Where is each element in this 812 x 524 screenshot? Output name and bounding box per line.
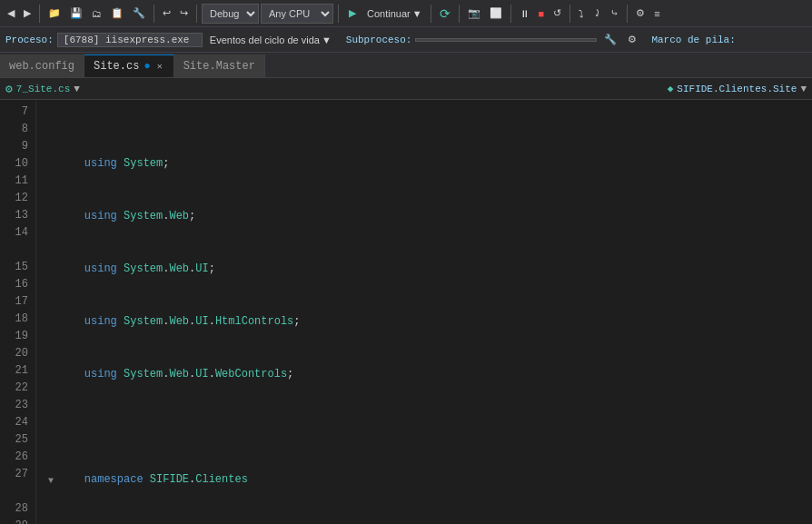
refresh-icon: ⟳ xyxy=(440,6,451,21)
nav-back-button[interactable]: ◀ xyxy=(4,5,18,21)
filter2-icon: ⚙ xyxy=(628,34,637,45)
cpu-dropdown[interactable]: Any CPU xyxy=(261,4,333,24)
nav-forward-button[interactable]: ▶ xyxy=(20,5,35,21)
misc1-icon: ≡ xyxy=(654,8,659,19)
marco-label: Marco de pila: xyxy=(651,35,735,45)
tab-modified-icon: ● xyxy=(144,60,150,73)
proceso-label: Proceso: xyxy=(5,35,54,45)
file-bar-dropdown-arrow[interactable]: ▼ xyxy=(74,84,80,94)
back-icon: ◀ xyxy=(7,7,15,19)
expand-col-11 xyxy=(44,366,58,384)
code-text-11: using System.Web.UI.WebControls; xyxy=(58,366,812,383)
step-out-icon: ⤷ xyxy=(610,7,619,19)
expand-col-7 xyxy=(44,155,58,173)
tab-web-config-label: web.config xyxy=(9,60,74,73)
code-text-9: using System.Web.UI; xyxy=(58,261,812,278)
redo-button[interactable]: ↪ xyxy=(176,5,192,21)
subproceso-label: Subproceso: xyxy=(346,35,412,45)
lifecycle-events-dropdown[interactable]: Eventos del ciclo de vida ▼ xyxy=(206,33,335,47)
continue-button[interactable]: Continuar ▼ xyxy=(363,6,426,21)
code-text-10: using System.Web.UI.HtmlControls; xyxy=(58,313,812,331)
file-bar-right: ◆ SIFIDE.Clientes.Site ▼ xyxy=(668,83,807,94)
restart-button[interactable]: ↺ xyxy=(550,5,565,21)
lifecycle-arrow-icon: ▼ xyxy=(322,35,332,45)
screenshot-button[interactable]: 📷 xyxy=(464,5,484,21)
misc1-button[interactable]: ≡ xyxy=(650,6,663,21)
tab-web-config[interactable]: web.config xyxy=(0,54,84,77)
sep4 xyxy=(338,5,339,23)
placeholder1-icon: ⬜ xyxy=(490,7,502,19)
tab-site-master-label: Site.Master xyxy=(183,60,255,73)
forward-icon: ▶ xyxy=(24,7,31,19)
breakpoints-icon: ⚙ xyxy=(636,7,645,19)
tab-bar: web.config Site.cs ● ✕ Site.Master xyxy=(0,53,812,78)
stop-button[interactable]: ■ xyxy=(535,6,549,21)
redo-icon: ↪ xyxy=(180,7,188,19)
pause-button[interactable]: ⏸ xyxy=(516,6,533,21)
filter-icon: 🔧 xyxy=(604,34,617,45)
tab-site-master[interactable]: Site.Master xyxy=(174,54,265,77)
tab-site-cs[interactable]: Site.cs ● ✕ xyxy=(84,54,174,77)
undo-button[interactable]: ↩ xyxy=(159,5,174,21)
line-7: using System; xyxy=(44,155,812,173)
subprocess-value xyxy=(415,38,597,42)
breakpoints-button[interactable]: ⚙ xyxy=(632,5,649,21)
sep3 xyxy=(196,5,197,23)
line-12 xyxy=(44,419,812,437)
screenshot-icon: 📷 xyxy=(468,7,480,19)
stop-icon: ■ xyxy=(539,8,545,19)
placeholder1-button[interactable]: ⬜ xyxy=(486,5,506,21)
line-8: using System.Web; xyxy=(44,208,812,226)
play-button[interactable]: ▶ xyxy=(343,5,361,21)
step-into-button[interactable]: ⤸ xyxy=(589,5,605,21)
process-value: [6788] iisexpress.exe xyxy=(57,33,203,47)
save-all-button[interactable]: 🗂 xyxy=(88,6,105,21)
namespace-path: SIFIDE.Clientes.Site xyxy=(677,84,797,94)
undo-icon: ↩ xyxy=(163,7,171,19)
extra1-icon: 📋 xyxy=(111,7,124,19)
sep5 xyxy=(431,5,431,23)
filter-button[interactable]: 🔧 xyxy=(600,32,620,47)
save-all-icon: 🗂 xyxy=(92,8,102,19)
lifecycle-label: Eventos del ciclo de vida xyxy=(210,35,320,45)
file-bar-icon: ⚙ xyxy=(5,82,13,96)
play-icon: ▶ xyxy=(349,7,356,19)
debug-mode-dropdown[interactable]: Debug xyxy=(202,4,259,24)
toolbar: ◀ ▶ 📁 💾 🗂 📋 🔧 ↩ ↪ Debug Any CPU ▶ Contin… xyxy=(0,0,812,27)
step-out-button[interactable]: ⤷ xyxy=(607,5,622,21)
extra2-button[interactable]: 🔧 xyxy=(129,5,149,21)
extra1-button[interactable]: 📋 xyxy=(107,5,127,21)
collapse-icon-13[interactable]: ▼ xyxy=(44,471,58,489)
expand-col-10 xyxy=(44,313,58,331)
expand-col-8 xyxy=(44,208,58,226)
filter2-button[interactable]: ⚙ xyxy=(624,32,640,47)
sep8 xyxy=(569,5,570,23)
expand-col-12 xyxy=(44,419,58,437)
namespace-arrow-icon[interactable]: ▼ xyxy=(800,84,807,94)
sep1 xyxy=(39,5,40,23)
tab-site-cs-close-button[interactable]: ✕ xyxy=(155,60,164,73)
tab-site-cs-label: Site.cs xyxy=(94,60,139,73)
open-button[interactable]: 📁 xyxy=(45,5,64,21)
namespace-icon: ◆ xyxy=(668,83,674,94)
sep9 xyxy=(627,5,628,23)
file-name-display: 7_Site.cs xyxy=(16,84,70,94)
extra2-icon: 🔧 xyxy=(133,7,145,19)
process-bar: Proceso: [6788] iisexpress.exe Eventos d… xyxy=(0,27,812,53)
sep2 xyxy=(153,5,154,23)
file-bar: ⚙ 7_Site.cs ▼ ◆ SIFIDE.Clientes.Site ▼ xyxy=(0,78,812,100)
step-into-icon: ⤸ xyxy=(593,7,601,19)
refresh-button[interactable]: ⟳ xyxy=(436,5,454,23)
pause-icon: ⏸ xyxy=(520,8,530,19)
expand-col-9 xyxy=(44,261,58,279)
open-icon: 📁 xyxy=(48,7,61,19)
continue-arrow-icon: ▼ xyxy=(412,8,422,19)
save-button[interactable]: 💾 xyxy=(66,5,86,21)
line-13: ▼ namespace SIFIDE.Clientes xyxy=(44,471,812,489)
save-icon: 💾 xyxy=(70,7,83,19)
restart-icon: ↺ xyxy=(553,7,561,19)
line-numbers: 7 8 9 10 11 12 13 14 15 16 17 18 19 20 2… xyxy=(0,100,36,524)
sep7 xyxy=(510,5,511,23)
step-over-icon: ⤵ xyxy=(579,8,584,19)
step-over-button[interactable]: ⤵ xyxy=(575,6,588,21)
